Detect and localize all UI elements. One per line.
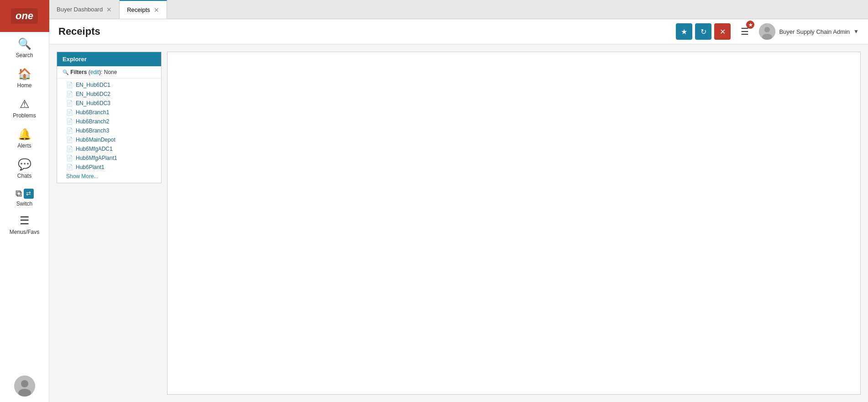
show-more-link[interactable]: Show More...	[57, 172, 161, 181]
switch-label: Switch	[16, 201, 32, 207]
item-label: EN_Hub6DC1	[76, 82, 110, 88]
main-content: Buyer Dashboard ✕ Receipts ✕ Receipts ★ …	[49, 0, 868, 402]
file-icon: 📄	[66, 146, 73, 152]
sidebar-item-label: Problems	[13, 112, 36, 119]
filters-edit-link[interactable]: edit	[90, 69, 99, 75]
sidebar-item-label: Search	[16, 52, 33, 58]
notification-badge[interactable]: ☰ ★	[737, 24, 753, 39]
item-label: EN_Hub6DC2	[76, 91, 110, 97]
chat-icon: 💬	[18, 158, 31, 171]
notification-count: ★	[746, 21, 754, 29]
tab-receipts[interactable]: Receipts ✕	[120, 0, 167, 19]
app-logo[interactable]: one	[0, 0, 49, 32]
item-label: Hub6MfgAPlant1	[76, 155, 117, 161]
show-more-label: Show More...	[66, 173, 99, 180]
tab-bar: Buyer Dashboard ✕ Receipts ✕	[49, 0, 868, 19]
sidebar-item-switch[interactable]: ⧉ ⇄ Switch	[0, 183, 49, 202]
content-area: Explorer 🔍 Filters (edit): None 📄 EN_Hub…	[49, 44, 868, 402]
explorer-header: Explorer	[57, 52, 161, 66]
search-icon: 🔍	[18, 37, 31, 50]
file-icon: 📄	[66, 82, 73, 88]
avatar-icon	[14, 376, 35, 397]
warning-icon: ⚠	[20, 98, 30, 111]
close-button[interactable]: ✕	[714, 23, 731, 40]
item-label: EN_Hub6DC3	[76, 100, 110, 106]
explorer-filters: 🔍 Filters (edit): None	[57, 66, 161, 79]
sidebar-item-menus[interactable]: ☰ Menus/Favs	[0, 209, 49, 239]
user-name: Buyer Supply Chain Admin	[779, 28, 850, 35]
menu-icon: ☰	[20, 214, 30, 227]
header-actions: ★ ↻ ✕ ☰ ★ Buyer Supply Chain Admin ▼	[676, 23, 859, 40]
filters-label: Filters	[70, 69, 87, 75]
list-item[interactable]: 📄 Hub6Plant1	[57, 163, 161, 172]
tab-close-buyer-dashboard[interactable]: ✕	[106, 6, 112, 13]
home-icon: 🏠	[18, 68, 31, 80]
dropdown-arrow-icon: ▼	[853, 28, 859, 35]
switch-arrow-icon: ⇄	[24, 189, 34, 199]
sidebar-item-label: Chats	[17, 173, 31, 179]
sidebar-item-search[interactable]: 🔍 Search	[0, 32, 49, 62]
sidebar-item-problems[interactable]: ⚠ Problems	[0, 92, 49, 122]
tab-label: Receipts	[127, 6, 150, 13]
list-item[interactable]: 📄 EN_Hub6DC3	[57, 99, 161, 108]
avatar[interactable]	[14, 376, 35, 397]
sidebar-item-chats[interactable]: 💬 Chats	[0, 153, 49, 183]
file-icon: 📄	[66, 109, 73, 116]
sidebar: one 🔍 Search 🏠 Home ⚠ Problems 🔔 Alerts …	[0, 0, 49, 402]
app-logo-text: one	[11, 8, 38, 24]
list-item[interactable]: 📄 Hub6MainDepot	[57, 135, 161, 144]
tab-buyer-dashboard[interactable]: Buyer Dashboard ✕	[49, 0, 120, 19]
sidebar-item-label: Home	[17, 82, 31, 89]
filters-value: None	[104, 69, 117, 75]
list-item[interactable]: 📄 EN_Hub6DC2	[57, 90, 161, 99]
switch-icon: ⧉	[16, 188, 22, 199]
user-dropdown[interactable]: Buyer Supply Chain Admin ▼	[759, 23, 859, 40]
search-filter-icon: 🔍	[63, 69, 69, 75]
file-icon: 📄	[66, 118, 73, 125]
sidebar-item-label: Menus/Favs	[10, 229, 39, 235]
explorer-list: 📄 EN_Hub6DC1 📄 EN_Hub6DC2 📄 EN_Hub6DC3 📄…	[57, 79, 161, 183]
bell-icon: 🔔	[18, 128, 31, 141]
item-label: Hub6Plant1	[76, 164, 105, 170]
item-label: Hub6Branch3	[76, 127, 109, 134]
item-label: Hub6MainDepot	[76, 137, 115, 143]
item-label: Hub6Branch2	[76, 118, 109, 125]
favorite-button[interactable]: ★	[676, 23, 692, 40]
user-avatar	[759, 23, 775, 40]
page-header: Receipts ★ ↻ ✕ ☰ ★ Buyer Supply Chain Ad…	[49, 19, 868, 44]
tab-close-receipts[interactable]: ✕	[154, 7, 159, 13]
svg-point-1	[21, 380, 28, 387]
file-icon: 📄	[66, 100, 73, 106]
workspace	[167, 52, 861, 395]
file-icon: 📄	[66, 164, 73, 170]
file-icon: 📄	[66, 137, 73, 143]
list-item[interactable]: 📄 Hub6Branch3	[57, 126, 161, 135]
sidebar-item-home[interactable]: 🏠 Home	[0, 62, 49, 92]
file-icon: 📄	[66, 91, 73, 97]
item-label: Hub6Branch1	[76, 109, 109, 116]
tab-label: Buyer Dashboard	[57, 6, 103, 13]
list-item[interactable]: 📄 Hub6Branch2	[57, 117, 161, 126]
sidebar-item-label: Alerts	[17, 143, 31, 149]
refresh-button[interactable]: ↻	[695, 23, 711, 40]
list-item[interactable]: 📄 Hub6MfgAPlant1	[57, 153, 161, 163]
list-item[interactable]: 📄 EN_Hub6DC1	[57, 80, 161, 90]
svg-point-4	[764, 27, 770, 32]
file-icon: 📄	[66, 155, 73, 161]
list-item[interactable]: 📄 Hub6MfgADC1	[57, 144, 161, 153]
sidebar-item-alerts[interactable]: 🔔 Alerts	[0, 122, 49, 153]
page-title: Receipts	[58, 26, 676, 37]
explorer-panel: Explorer 🔍 Filters (edit): None 📄 EN_Hub…	[57, 52, 162, 183]
list-item[interactable]: 📄 Hub6Branch1	[57, 108, 161, 117]
item-label: Hub6MfgADC1	[76, 146, 113, 152]
file-icon: 📄	[66, 127, 73, 134]
